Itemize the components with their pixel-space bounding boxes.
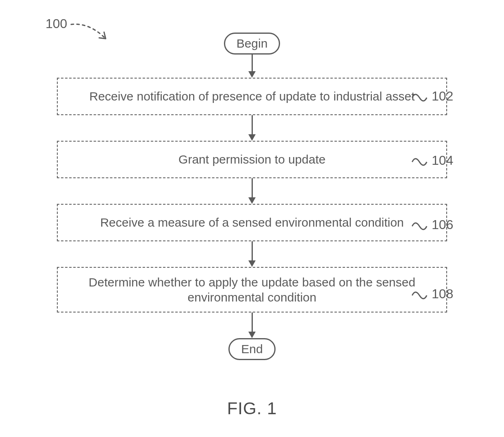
figure-label: FIG. 1	[227, 399, 277, 418]
arrow-icon	[248, 178, 256, 204]
step-ref-108: 108	[432, 286, 453, 302]
flowchart-canvas: 100 Begin Receive notification of presen…	[0, 0, 504, 437]
terminator-end: End	[228, 338, 275, 360]
callout-squiggle-icon	[411, 90, 428, 105]
step-ref-106: 106	[432, 217, 453, 232]
callout-squiggle-icon	[411, 288, 428, 303]
callout-squiggle-icon	[411, 155, 428, 169]
callout-squiggle-icon	[411, 219, 428, 234]
step-ref-104: 104	[432, 153, 453, 168]
process-text: Receive a measure of a sensed environmen…	[100, 215, 404, 230]
step-ref-102: 102	[432, 89, 453, 104]
process-step-108: Determine whether to apply the update ba…	[57, 267, 447, 312]
terminator-end-text: End	[241, 342, 263, 356]
process-text: Receive notification of presence of upda…	[89, 89, 415, 104]
arrow-icon	[248, 312, 256, 338]
figure-label-text: FIG. 1	[227, 399, 277, 418]
arrow-icon	[248, 115, 256, 141]
process-step-104: Grant permission to update	[57, 141, 447, 178]
figure-reference-number: 100	[46, 16, 67, 31]
terminator-begin-text: Begin	[237, 37, 268, 50]
figure-ref-text: 100	[46, 16, 67, 31]
step-ref-text: 104	[432, 153, 453, 168]
flowchart-stack: Begin Receive notification of presence o…	[57, 33, 447, 360]
process-text: Grant permission to update	[178, 152, 326, 167]
arrow-icon	[248, 241, 256, 267]
process-step-102: Receive notification of presence of upda…	[57, 78, 447, 115]
process-step-106: Receive a measure of a sensed environmen…	[57, 204, 447, 241]
step-ref-text: 108	[432, 286, 453, 301]
arrow-icon	[248, 55, 256, 78]
step-ref-text: 106	[432, 217, 453, 232]
process-text: Determine whether to apply the update ba…	[70, 275, 434, 305]
step-ref-text: 102	[432, 89, 453, 103]
terminator-begin: Begin	[224, 33, 280, 55]
